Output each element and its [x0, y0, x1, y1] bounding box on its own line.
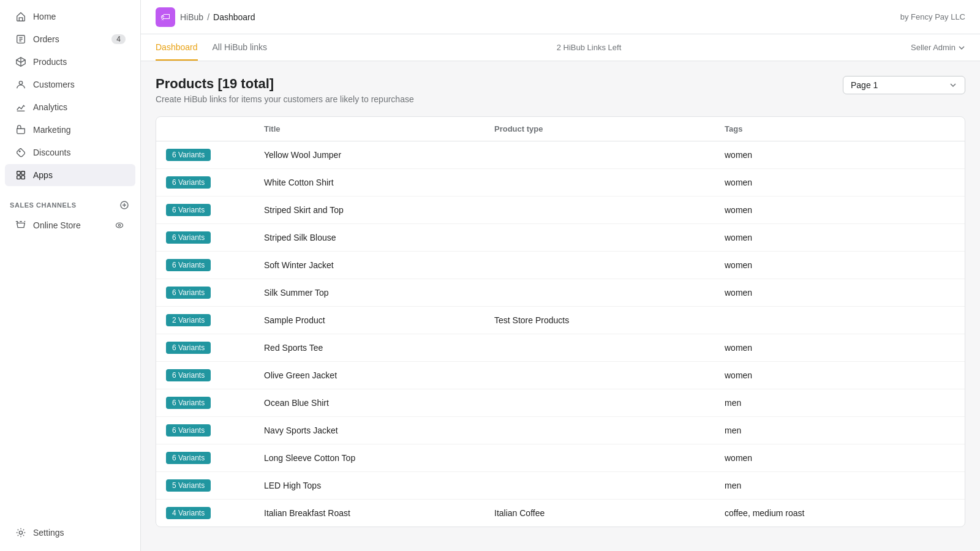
home-icon — [15, 10, 27, 23]
title-cell: Navy Sports Jacket — [264, 425, 494, 435]
page-subtitle: Create HiBub links for items your custom… — [156, 94, 414, 104]
table-row[interactable]: 6 Variants Silk Summer Top women — [156, 279, 965, 307]
sidebar-item-home[interactable]: Home — [5, 6, 135, 28]
svg-point-8 — [116, 223, 123, 228]
tab-all-hibub-links[interactable]: All HiBub links — [213, 35, 267, 61]
table-row[interactable]: 2 Variants Sample Product Test Store Pro… — [156, 307, 965, 334]
sales-channels-label: SALES CHANNELS — [10, 201, 77, 209]
subheader: Dashboard All HiBub links 2 HiBub Links … — [141, 34, 980, 61]
breadcrumb-separator: / — [207, 12, 209, 22]
content-area: Products [19 total] Create HiBub links f… — [141, 61, 980, 551]
title-cell: Ocean Blue Shirt — [264, 398, 494, 408]
table-row[interactable]: 6 Variants Striped Silk Blouse women — [156, 224, 965, 252]
breadcrumb-current: Dashboard — [213, 12, 255, 22]
variant-cell: 6 Variants — [166, 149, 264, 161]
variant-badge: 6 Variants — [166, 204, 211, 216]
page-title: Products [19 total] — [156, 76, 414, 92]
tags-cell: women — [725, 343, 955, 353]
page-select-chevron-icon — [949, 81, 957, 89]
sidebar: Home Orders 4 Products — [0, 0, 141, 551]
sidebar-item-customers-label: Customers — [33, 80, 126, 89]
orders-icon — [15, 33, 27, 45]
tags-cell: women — [725, 453, 955, 463]
tags-cell: men — [725, 398, 955, 408]
sidebar-item-marketing[interactable]: Marketing — [5, 119, 135, 141]
title-cell: Italian Breakfast Roast — [264, 508, 494, 518]
topbar-by-label: by Fency Pay LLC — [900, 12, 965, 21]
online-store-label: Online Store — [33, 220, 107, 230]
variant-cell: 5 Variants — [166, 479, 264, 492]
page-select-value: Page 1 — [851, 80, 878, 90]
sidebar-item-customers[interactable]: Customers — [5, 73, 135, 96]
col-variants — [166, 124, 264, 133]
analytics-icon — [15, 101, 27, 113]
variant-cell: 6 Variants — [166, 287, 264, 299]
variant-badge: 6 Variants — [166, 149, 211, 161]
sales-channels-section: SALES CHANNELS — [0, 192, 140, 214]
tags-cell: women — [725, 178, 955, 187]
variant-badge: 6 Variants — [166, 176, 211, 189]
tags-cell: men — [725, 425, 955, 435]
title-cell: Silk Summer Top — [264, 288, 494, 298]
col-product-type: Product type — [494, 124, 725, 133]
marketing-icon — [15, 124, 27, 136]
sidebar-item-analytics[interactable]: Analytics — [5, 96, 135, 118]
table-row[interactable]: 6 Variants White Cotton Shirt women — [156, 169, 965, 197]
table-row[interactable]: 6 Variants Long Sleeve Cotton Top women — [156, 444, 965, 472]
sidebar-item-discounts-label: Discounts — [33, 148, 126, 157]
tags-cell: women — [725, 205, 955, 215]
products-table: Title Product type Tags 6 Variants Yello… — [156, 116, 965, 527]
apps-icon — [15, 169, 27, 181]
tags-cell: women — [725, 260, 955, 270]
settings-icon — [15, 527, 27, 539]
eye-icon[interactable] — [113, 219, 126, 231]
table-row[interactable]: 6 Variants Striped Skirt and Top women — [156, 197, 965, 224]
seller-admin-button[interactable]: Seller Admin — [911, 43, 965, 52]
table-row[interactable]: 6 Variants Soft Winter Jacket women — [156, 252, 965, 279]
sidebar-item-products[interactable]: Products — [5, 51, 135, 73]
table-row[interactable]: 6 Variants Yellow Wool Jumper women — [156, 141, 965, 169]
sidebar-item-apps-label: Apps — [33, 170, 126, 180]
add-sales-channel-button[interactable] — [118, 199, 130, 211]
tags-cell: women — [725, 150, 955, 160]
sidebar-item-online-store[interactable]: Online Store — [5, 214, 135, 236]
title-cell: LED High Tops — [264, 481, 494, 490]
sidebar-item-apps[interactable]: Apps — [5, 164, 135, 186]
variant-badge: 6 Variants — [166, 342, 211, 354]
product-type-cell: Italian Coffee — [494, 508, 725, 518]
title-cell: Sample Product — [264, 315, 494, 325]
sidebar-item-discounts[interactable]: Discounts — [5, 141, 135, 163]
page-select-dropdown[interactable]: Page 1 — [843, 76, 965, 94]
sidebar-item-settings[interactable]: Settings — [5, 522, 135, 544]
breadcrumb-brand[interactable]: HiBub — [180, 12, 203, 22]
content-header: Products [19 total] Create HiBub links f… — [156, 76, 965, 104]
table-row[interactable]: 5 Variants LED High Tops men — [156, 472, 965, 500]
table-row[interactable]: 6 Variants Navy Sports Jacket men — [156, 417, 965, 444]
variant-badge: 2 Variants — [166, 314, 211, 326]
links-left-label: 2 HiBub Links Left — [557, 43, 622, 52]
variant-badge: 6 Variants — [166, 452, 211, 464]
chevron-down-icon — [958, 44, 965, 51]
title-cell: White Cotton Shirt — [264, 178, 494, 187]
svg-point-2 — [19, 151, 20, 152]
variant-cell: 6 Variants — [166, 176, 264, 189]
table-row[interactable]: 6 Variants Red Sports Tee women — [156, 334, 965, 362]
tags-cell: women — [725, 288, 955, 298]
title-cell: Striped Skirt and Top — [264, 205, 494, 215]
discounts-icon — [15, 146, 27, 159]
table-row[interactable]: 6 Variants Olive Green Jacket women — [156, 362, 965, 389]
sidebar-item-orders[interactable]: Orders 4 — [5, 28, 135, 50]
table-body: 6 Variants Yellow Wool Jumper women 6 Va… — [156, 141, 965, 527]
app-icon: 🏷 — [156, 7, 175, 27]
col-tags: Tags — [725, 124, 955, 133]
table-header: Title Product type Tags — [156, 117, 965, 141]
topbar: 🏷 HiBub / Dashboard by Fency Pay LLC — [141, 0, 980, 34]
tags-cell: women — [725, 233, 955, 242]
title-cell: Long Sleeve Cotton Top — [264, 453, 494, 463]
table-row[interactable]: 6 Variants Ocean Blue Shirt men — [156, 389, 965, 417]
tab-dashboard[interactable]: Dashboard — [156, 35, 198, 61]
table-row[interactable]: 4 Variants Italian Breakfast Roast Itali… — [156, 500, 965, 527]
variant-cell: 6 Variants — [166, 259, 264, 271]
svg-rect-5 — [17, 176, 20, 179]
orders-badge: 4 — [111, 34, 126, 44]
